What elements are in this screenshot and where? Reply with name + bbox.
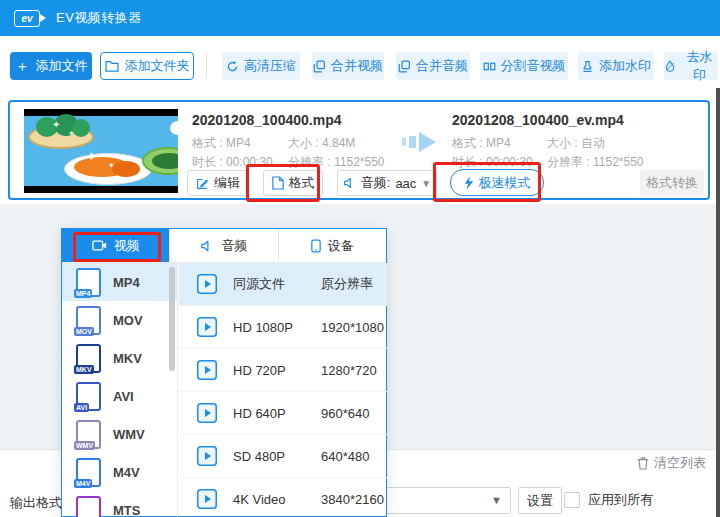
convert-button[interactable]: 格式转换 (640, 170, 704, 196)
hd-compress-button[interactable]: 高清压缩 (222, 52, 300, 80)
sparkle: ✦ (86, 149, 97, 164)
app-logo-icon: ev (14, 10, 40, 27)
merge-video-label: 合并视频 (331, 57, 383, 75)
format-item-mp4[interactable]: MP4 MP4 (62, 263, 177, 301)
merge-video-button[interactable]: 合并视频 (312, 52, 384, 80)
apply-all-group: 应用到所有 (564, 491, 653, 509)
speed-mode-label: 极速模式 (479, 174, 531, 192)
format-list-scrollbar[interactable] (169, 267, 175, 371)
preset-resolution: 原分辨率 (321, 275, 373, 293)
format-button[interactable]: 格式 (263, 170, 323, 196)
format-item-avi[interactable]: AVI AVI (62, 377, 177, 415)
tab-video[interactable]: 视频 (62, 229, 170, 262)
title-bar: ev EV视频转换器 (0, 0, 720, 36)
speaker-icon (200, 240, 214, 252)
sparkle: ✦ (52, 119, 60, 130)
speed-mode-button[interactable]: 极速模式 (450, 169, 544, 196)
file-type-icon: AVI (76, 382, 101, 411)
folder-icon (105, 60, 119, 72)
preset-name: HD 1080P (233, 320, 305, 335)
chevron-down-icon: ▼ (421, 178, 431, 189)
preset-resolution: 1920*1080 (321, 320, 384, 335)
apply-all-checkbox[interactable] (564, 492, 580, 508)
settings-button[interactable]: 设置 (518, 487, 562, 514)
play-badge-icon (197, 403, 217, 423)
add-folder-button[interactable]: 添加文件夹 (100, 52, 194, 80)
preset-name: HD 640P (233, 406, 305, 421)
add-watermark-label: 添加水印 (599, 57, 651, 75)
output-size: 大小 : 自动 (547, 135, 605, 152)
format-item-label: M4V (113, 465, 140, 480)
audio-select-button[interactable]: 音频: aac ▼ (337, 170, 437, 196)
merge-audio-button[interactable]: 合并音频 (396, 52, 470, 80)
preset-item-4k[interactable]: 4K Video 3840*2160 (179, 478, 387, 517)
preset-item-source[interactable]: 同源文件 原分辨率 (179, 263, 387, 306)
tab-device[interactable]: 设备 (279, 229, 386, 262)
thumbnail-food (152, 153, 178, 169)
sparkle: ✦ (68, 129, 75, 138)
file-type-icon: MOV (76, 306, 101, 335)
add-file-button[interactable]: ＋ 添加文件 (10, 52, 92, 80)
preset-resolution: 640*480 (321, 449, 369, 464)
window-title: EV视频转换器 (56, 9, 142, 27)
file-type-icon: MKV (76, 344, 101, 373)
source-duration: 时长 : 00:00:30 (192, 154, 273, 171)
split-av-button[interactable]: 分割音视频 (480, 52, 568, 80)
format-item-mkv[interactable]: MKV MKV (62, 339, 177, 377)
lightning-icon (464, 176, 474, 190)
tab-audio-label: 音频 (221, 237, 247, 255)
play-badge-icon (197, 489, 217, 509)
format-panel: 视频 音频 设备 MP4 MP4 MOV MOV MKV MKV (61, 228, 387, 517)
preset-item-1080p[interactable]: HD 1080P 1920*1080 (179, 306, 387, 349)
format-item-mov[interactable]: MOV MOV (62, 301, 177, 339)
preset-name: 同源文件 (233, 275, 305, 293)
remove-watermark-button[interactable]: 去水印 (664, 52, 718, 80)
preset-resolution: 960*640 (321, 406, 369, 421)
preset-item-640p[interactable]: HD 640P 960*640 (179, 392, 387, 435)
format-item-label: MOV (113, 313, 143, 328)
format-item-m4v[interactable]: M4V M4V (62, 453, 177, 491)
tab-device-label: 设备 (328, 237, 354, 255)
output-format-label: 输出格式 (10, 494, 62, 512)
copy-icon (398, 60, 411, 73)
copy-icon (313, 60, 326, 73)
source-resolution: 分辨率 : 1152*550 (288, 154, 385, 171)
source-size: 大小 : 4.84M (288, 135, 355, 152)
clear-list-label: 清空列表 (654, 454, 706, 472)
tab-audio[interactable]: 音频 (170, 229, 278, 262)
preset-item-720p[interactable]: HD 720P 1280*720 (179, 349, 387, 392)
video-icon (92, 239, 107, 252)
sparkle: ✦ (124, 153, 132, 164)
source-filename: 20201208_100400.mp4 (192, 112, 341, 128)
preset-item-480p[interactable]: SD 480P 640*480 (179, 435, 387, 478)
window-edge-scrollbar[interactable] (716, 88, 720, 517)
play-badge-icon (197, 274, 217, 294)
merge-audio-label: 合并音频 (416, 57, 468, 75)
play-badge-icon (197, 446, 217, 466)
toolbar-divider (206, 54, 207, 78)
hd-compress-label: 高清压缩 (244, 57, 296, 75)
convert-arrow-icon (402, 130, 442, 158)
add-folder-label: 添加文件夹 (125, 57, 190, 75)
add-file-label: 添加文件 (36, 57, 88, 75)
stamp-icon (581, 60, 594, 73)
play-badge-icon (197, 360, 217, 380)
play-badge-icon (197, 317, 217, 337)
preset-name: HD 720P (233, 363, 305, 378)
edit-button[interactable]: 编辑 (187, 170, 249, 196)
clear-list-button[interactable]: 清空列表 (637, 454, 706, 472)
format-item-wmv[interactable]: WMV WMV (62, 415, 177, 453)
file-card[interactable]: ✦ ✦ ✦ ✦ ✦ 20201208_100400.mp4 格式 : MP4 大… (8, 100, 710, 200)
preset-resolution: 3840*2160 (321, 492, 384, 507)
trash-icon (637, 456, 649, 470)
format-item-mts[interactable]: MTS MTS (62, 491, 177, 517)
format-panel-tabs: 视频 音频 设备 (62, 229, 386, 263)
add-watermark-button[interactable]: 添加水印 (578, 52, 654, 80)
output-format: 格式 : MP4 (452, 135, 511, 152)
file-type-icon: M4V (76, 458, 101, 487)
split-icon (483, 60, 496, 73)
water-drop-icon (664, 60, 676, 72)
output-resolution: 分辨率 : 1152*550 (547, 154, 644, 171)
video-thumbnail: ✦ ✦ ✦ ✦ ✦ (24, 109, 178, 193)
format-item-label: MTS (113, 503, 140, 517)
